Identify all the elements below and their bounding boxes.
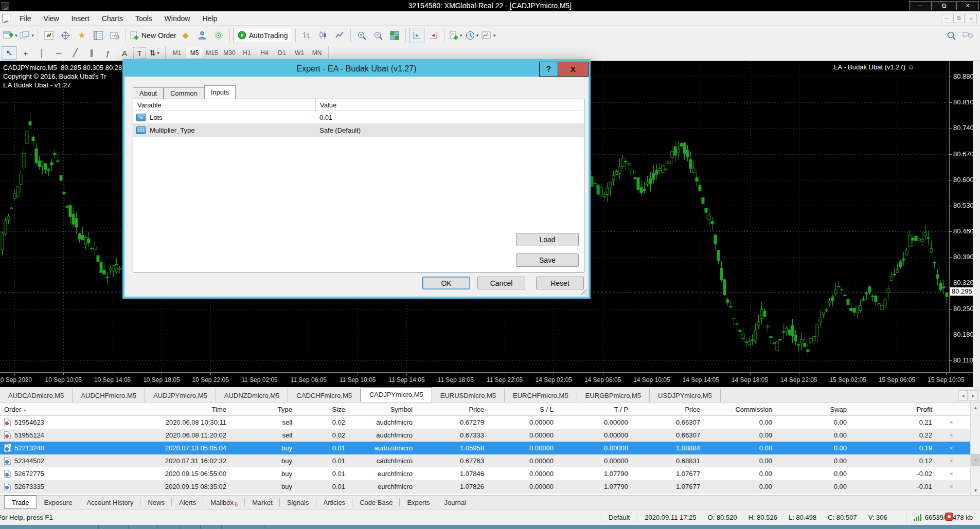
new-chart-button[interactable]: ▾ (3, 28, 18, 43)
chart-properties-button[interactable] (41, 28, 57, 43)
arrows-tool-button[interactable]: ⇅▾ (147, 46, 162, 60)
dialog-help-button[interactable]: ? (540, 62, 558, 76)
indicators-button[interactable]: ▾ (448, 28, 463, 43)
timeframe-d1[interactable]: D1 (273, 47, 291, 59)
menu-file[interactable]: File (13, 12, 38, 25)
text-tool-button[interactable]: A (117, 46, 132, 60)
close-order-cell[interactable]: × (937, 454, 970, 467)
load-button[interactable]: Load (516, 233, 579, 246)
inputs-table[interactable]: Variable Value ½Lots0.01123Multiplier_Ty… (133, 99, 584, 272)
close-order-cell[interactable]: × (937, 480, 970, 493)
chart-tab-audjpymicro[interactable]: AUDJPYmicro,M5 (145, 389, 216, 402)
price-axis[interactable]: 80.88080.81080.74080.67080.60080.53080.4… (949, 61, 973, 372)
close-order-cell[interactable]: × (937, 416, 970, 429)
menu-tools[interactable]: Tools (129, 12, 158, 25)
templates-button[interactable]: ▾ (480, 28, 496, 43)
dialog-tab-about[interactable]: About (133, 87, 164, 99)
menu-help[interactable]: Help (196, 12, 223, 25)
close-order-cell[interactable]: × (937, 429, 970, 442)
table-row[interactable]: 519546232020.06.08 10:30:11sell0.02audch… (0, 416, 980, 429)
mql-diamond-icon[interactable]: ◆ (178, 28, 193, 43)
status-profile[interactable]: Default (601, 512, 637, 523)
column-profit[interactable]: Profit (852, 404, 937, 415)
menu-window[interactable]: Window (158, 12, 197, 25)
cursor-tool-button[interactable]: ↖ (2, 46, 17, 60)
column-time[interactable]: Time (100, 404, 231, 415)
tab-alerts[interactable]: Alerts (172, 496, 203, 509)
bar-chart-type-button[interactable] (299, 28, 314, 43)
close-order-icon[interactable]: × (949, 418, 953, 426)
zoom-out-button[interactable] (370, 28, 386, 43)
tab-experts[interactable]: Experts (400, 496, 437, 509)
scroll-down-icon[interactable]: ▼ (971, 486, 980, 495)
line-chart-type-button[interactable] (332, 28, 347, 43)
child-close-button[interactable]: × (966, 14, 977, 23)
periods-clock-button[interactable]: ▾ (464, 28, 479, 43)
column-price[interactable]: Price (418, 404, 489, 415)
table-row[interactable]: 526733352020.09.15 08:35:02buy0.01eurchf… (0, 480, 980, 493)
tab-exposure[interactable]: Exposure (37, 496, 79, 509)
timeframe-m5[interactable]: M5 (186, 47, 203, 59)
table-row[interactable]: 522132402020.07.13 05:05:04buy0.01audnzd… (0, 442, 980, 454)
chart-tab-audcadmicro[interactable]: AUDCADmicro,M5 (0, 389, 73, 402)
column-order[interactable]: Order▵ (0, 404, 100, 415)
auto-scroll-button[interactable] (409, 28, 424, 43)
community-person-icon[interactable] (194, 28, 210, 43)
tab-code-base[interactable]: Code Base (352, 496, 400, 509)
close-order-cell[interactable]: × (937, 442, 970, 454)
channel-tool-button[interactable]: ∥ (84, 46, 99, 60)
search-icon[interactable] (943, 28, 959, 43)
column-symbol[interactable]: Symbol (350, 404, 418, 415)
scrollbar-thumb[interactable]: ≡ (971, 454, 980, 466)
chart-tab-cadjpymicro[interactable]: CADJPYmicro,M5 (361, 387, 432, 402)
tab-mailbox[interactable]: Mailbox6 (203, 496, 245, 509)
close-order-icon[interactable]: × (949, 483, 953, 490)
timeframe-m30[interactable]: M30 (221, 47, 238, 59)
dialog-title-bar[interactable]: Expert - EA - Budak Ubat (v1.27) ? X (124, 61, 589, 77)
close-button[interactable]: × (956, 1, 979, 10)
fibonacci-tool-button[interactable]: ƒ (100, 46, 116, 60)
timeframe-h4[interactable]: H4 (256, 47, 273, 59)
tab-market[interactable]: Market (245, 496, 280, 509)
chart-tab-usdjpymicro[interactable]: USDJPYmicro,M5 (650, 389, 721, 402)
tab-journal[interactable]: Journal (437, 496, 474, 509)
data-window-button[interactable] (91, 28, 106, 43)
tick-chart-button[interactable] (107, 28, 122, 43)
column-t-p[interactable]: T / P (559, 404, 633, 415)
chart-tab-audnzdmicro[interactable]: AUDNZDmicro,M5 (216, 389, 289, 402)
profiles-button[interactable]: ▾ (19, 28, 34, 43)
crosshair-tool-button[interactable]: + (18, 46, 33, 60)
new-order-button[interactable]: New Order (129, 28, 177, 43)
tab-account-history[interactable]: Account History (79, 496, 140, 509)
chart-tab-cadchfmicro[interactable]: CADCHFmicro,M5 (288, 389, 361, 402)
resize-grip[interactable] (581, 289, 587, 295)
terminal-scrollbar[interactable]: ▲ ≡ ▼ (970, 403, 980, 495)
favorites-icon[interactable]: ★ (74, 28, 90, 43)
tabs-scroll-left-icon[interactable]: ◂ (958, 390, 968, 400)
tab-signals[interactable]: Signals (280, 496, 316, 509)
signals-sonar-icon[interactable] (211, 28, 226, 43)
horizontal-line-tool-button[interactable]: ─ (51, 46, 66, 60)
column-swap[interactable]: Swap (777, 404, 852, 415)
ok-button[interactable]: OK (422, 277, 470, 289)
scroll-up-icon[interactable]: ▲ (971, 403, 980, 412)
reset-button[interactable]: Reset (536, 277, 584, 289)
timeframe-mn[interactable]: MN (308, 47, 326, 59)
restore-button[interactable]: ⧉ (933, 1, 955, 10)
chart-shift-button[interactable] (425, 28, 441, 43)
tab-trade[interactable]: Trade (4, 495, 37, 509)
close-order-icon[interactable]: × (949, 457, 953, 465)
timeframe-h1[interactable]: H1 (238, 47, 256, 59)
autotrading-button[interactable]: AutoTrading (233, 28, 293, 43)
menu-charts[interactable]: Charts (96, 12, 129, 25)
tab-articles[interactable]: Articles (316, 496, 353, 509)
terminal-header-row[interactable]: Order▵TimeTypeSizeSymbolPriceS / LT / PP… (0, 404, 980, 416)
timeframe-m1[interactable]: M1 (168, 47, 186, 59)
dialog-tab-inputs[interactable]: Inputs (204, 85, 236, 99)
column-s-l[interactable]: S / L (489, 404, 559, 415)
dialog-tab-common[interactable]: Common (164, 87, 204, 99)
chart-tab-audchfmicro[interactable]: AUDCHFmicro,M5 (73, 389, 145, 402)
candlestick-type-button[interactable] (315, 28, 331, 43)
column-type[interactable]: Type (231, 404, 297, 415)
close-order-cell[interactable]: × (937, 467, 970, 480)
